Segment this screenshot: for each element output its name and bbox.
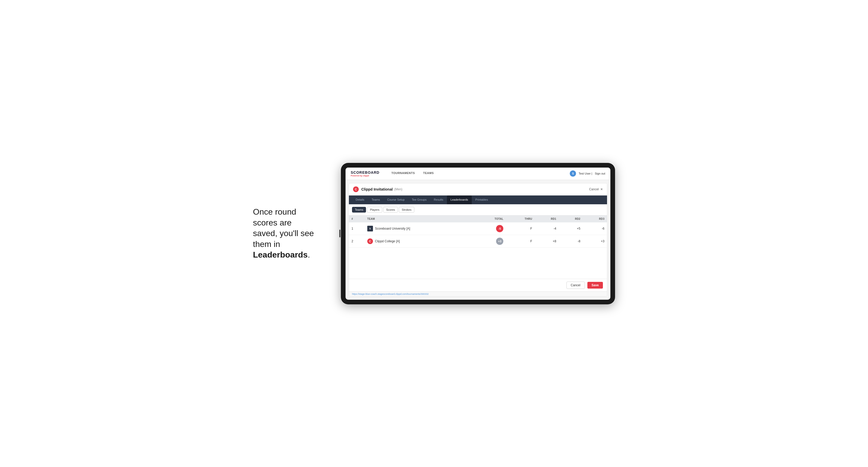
tab-course-setup[interactable]: Course Setup [383, 195, 408, 204]
team-logo-box: S [367, 226, 373, 231]
tab-leaderboards[interactable]: Leaderboards [447, 195, 472, 204]
col-rd1: RD1 [535, 215, 559, 222]
rd2-cell: -8 [559, 235, 583, 247]
table-row: 1 S Scoreboard University [A] [349, 222, 607, 235]
rd2-cell: +5 [559, 222, 583, 235]
footer-area: Cancel Save [349, 279, 607, 291]
thru-cell: F [506, 235, 535, 247]
save-button[interactable]: Save [587, 282, 603, 288]
score-badge-gray: +3 [496, 238, 503, 245]
col-team: TEAM [365, 215, 474, 222]
empty-space [349, 248, 607, 279]
col-thru: THRU [506, 215, 535, 222]
nav-right-area: S Test User | Sign out [570, 170, 605, 177]
subtab-players[interactable]: Players [367, 207, 382, 213]
user-name: Test User | [579, 172, 592, 175]
left-description: Once round scores are saved, you'll see … [253, 207, 326, 260]
main-content-area: C Clippd Invitational (Men) Cancel ✕ Det… [349, 183, 607, 297]
col-rank: # [349, 215, 365, 222]
url-bar: https://stage-blue-coach.stagescoreboard… [349, 291, 607, 296]
subtab-strokes[interactable]: Strokes [399, 207, 414, 213]
user-avatar: S [570, 170, 576, 177]
team-name-cell: S Scoreboard University [A] [367, 226, 472, 231]
subtab-teams[interactable]: Teams [352, 207, 366, 213]
sign-out-link[interactable]: Sign out [595, 172, 605, 175]
cancel-header-button[interactable]: Cancel ✕ [589, 187, 603, 191]
total-cell: +3 [474, 235, 506, 247]
powered-by-text: Powered by clippd [351, 175, 379, 177]
rd3-cell: -6 [583, 222, 607, 235]
tab-printables[interactable]: Printables [472, 195, 492, 204]
col-rd2: RD2 [559, 215, 583, 222]
logo-area: SCOREBOARD Powered by clippd [351, 170, 379, 177]
score-badge-red: -5 [496, 225, 503, 232]
tournament-header: C Clippd Invitational (Men) Cancel ✕ [349, 183, 607, 195]
team-logo-circle: C [367, 239, 373, 244]
top-navigation: SCOREBOARD Powered by clippd TOURNAMENTS… [345, 167, 610, 180]
sub-tab-area: Teams Players Scores Strokes [349, 204, 607, 215]
rank-cell: 1 [349, 222, 365, 235]
total-cell: -5 [474, 222, 506, 235]
leaderboard-table: # TEAM TOTAL THRU [349, 215, 607, 248]
rd1-cell: -4 [535, 222, 559, 235]
app-logo: SCOREBOARD [351, 170, 379, 175]
table-row: 2 C Clippd College [A] +3 [349, 235, 607, 247]
team-cell: C Clippd College [A] [365, 235, 474, 247]
tournament-gender: (Men) [394, 187, 402, 191]
thru-cell: F [506, 222, 535, 235]
rd1-cell: +8 [535, 235, 559, 247]
nav-teams[interactable]: TEAMS [419, 167, 438, 180]
tab-navigation: Details Teams Course Setup Tee Groups Re… [349, 195, 607, 204]
tab-results[interactable]: Results [430, 195, 447, 204]
tournament-logo: C [353, 186, 359, 192]
subtab-scores[interactable]: Scores [383, 207, 398, 213]
cancel-button[interactable]: Cancel [566, 282, 585, 289]
col-rd3: RD3 [583, 215, 607, 222]
tablet-screen: SCOREBOARD Powered by clippd TOURNAMENTS… [345, 167, 610, 300]
nav-tournaments[interactable]: TOURNAMENTS [387, 167, 419, 180]
tablet-device: SCOREBOARD Powered by clippd TOURNAMENTS… [341, 163, 615, 304]
tournament-title: Clippd Invitational [361, 187, 393, 191]
team-name-cell: C Clippd College [A] [367, 239, 472, 244]
tab-details[interactable]: Details [352, 195, 368, 204]
rank-cell: 2 [349, 235, 365, 247]
rd3-cell: +3 [583, 235, 607, 247]
nav-items: TOURNAMENTS TEAMS [387, 167, 438, 180]
team-cell: S Scoreboard University [A] [365, 222, 474, 235]
col-total: TOTAL [474, 215, 506, 222]
tab-tee-groups[interactable]: Tee Groups [408, 195, 430, 204]
tablet-side-button [339, 229, 340, 238]
close-icon: ✕ [600, 187, 603, 191]
tab-teams[interactable]: Teams [368, 195, 383, 204]
